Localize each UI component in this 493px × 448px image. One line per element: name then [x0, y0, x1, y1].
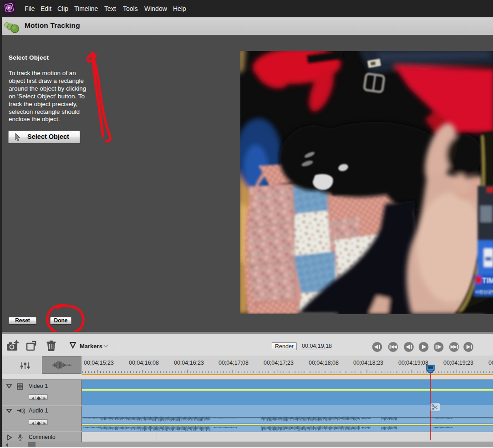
svg-text:사진산군히: 사진산군히 — [475, 289, 493, 294]
svg-text:TIM: TIM — [482, 277, 493, 285]
